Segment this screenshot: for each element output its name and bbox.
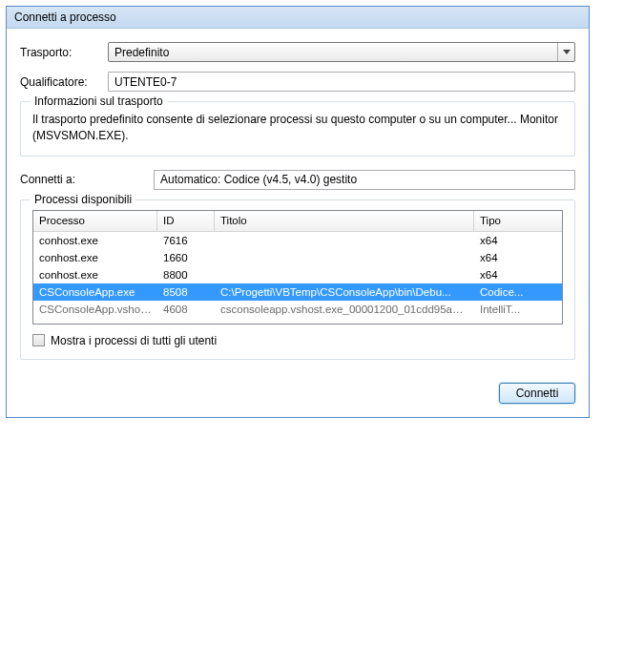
- table-cell: conhost.exe: [33, 252, 157, 263]
- table-cell: x64: [474, 252, 551, 263]
- table-cell: 8800: [157, 269, 215, 281]
- transport-value: Predefinito: [114, 46, 169, 59]
- attach-to-row: Connetti a: Automatico: Codice (v4.5, v4…: [20, 170, 575, 190]
- table-cell: Codice...: [474, 286, 551, 298]
- chevron-down-icon: [557, 43, 574, 61]
- table-cell: 4608: [157, 304, 215, 315]
- connect-button[interactable]: Connetti: [499, 383, 575, 404]
- table-row[interactable]: conhost.exe7616x64: [33, 232, 562, 249]
- table-cell: CSConsoleApp.vshos...: [33, 304, 157, 315]
- table-cell: x64: [474, 235, 551, 246]
- process-listview[interactable]: Processo ID Titolo Tipo conhost.exe7616x…: [32, 210, 563, 324]
- show-all-row: Mostra i processi di tutti gli utenti: [32, 334, 563, 347]
- col-header-id[interactable]: ID: [157, 211, 215, 231]
- transport-row: Trasporto: Predefinito: [20, 42, 575, 62]
- qualifier-row: Qualificatore:: [20, 72, 575, 92]
- attach-to-label: Connetti a:: [20, 173, 154, 186]
- qualifier-label: Qualificatore:: [20, 75, 108, 89]
- table-cell: 7616: [157, 235, 215, 246]
- listview-header: Processo ID Titolo Tipo: [33, 211, 562, 232]
- table-cell: 8508: [157, 286, 215, 298]
- show-all-label: Mostra i processi di tutti gli utenti: [51, 334, 217, 347]
- table-cell: x64: [474, 269, 551, 281]
- col-header-title[interactable]: Titolo: [215, 211, 474, 231]
- table-cell: IntelliT...: [474, 304, 551, 315]
- attach-to-value: Automatico: Codice (v4.5, v4.0) gestito: [160, 173, 357, 186]
- button-row: Connetti: [20, 373, 575, 404]
- table-cell: C:\Progetti\VBTemp\CSConsoleApp\bin\Debu…: [215, 286, 474, 298]
- table-cell: 1660: [157, 252, 215, 263]
- transport-label: Trasporto:: [20, 46, 108, 59]
- col-header-type[interactable]: Tipo: [474, 211, 551, 231]
- dialog-window: Connetti a processo Trasporto: Predefini…: [6, 6, 590, 418]
- transport-info-title: Informazioni sul trasporto: [31, 94, 167, 108]
- transport-combo[interactable]: Predefinito: [108, 42, 575, 62]
- table-cell: conhost.exe: [33, 235, 157, 246]
- table-row[interactable]: CSConsoleApp.vshos...4608csconsoleapp.vs…: [33, 301, 562, 318]
- table-row[interactable]: CSConsoleApp.exe8508C:\Progetti\VBTemp\C…: [33, 283, 562, 301]
- transport-info-group: Informazioni sul trasporto Il trasporto …: [20, 101, 575, 157]
- transport-info-text: Il trasporto predefinito consente di sel…: [32, 112, 563, 144]
- dialog-content: Trasporto: Predefinito Qualificatore: In…: [7, 29, 589, 417]
- table-cell: csconsoleapp.vshost.exe_00001200_01cdd95…: [215, 304, 474, 315]
- titlebar: Connetti a processo: [7, 7, 589, 29]
- connect-button-label: Connetti: [516, 387, 559, 400]
- listview-body: conhost.exe7616x64conhost.exe1660x64conh…: [33, 232, 562, 318]
- table-row[interactable]: conhost.exe1660x64: [33, 249, 562, 266]
- table-row[interactable]: conhost.exe8800x64: [33, 266, 562, 283]
- qualifier-input[interactable]: [108, 72, 575, 92]
- processes-group: Processi disponibili Processo ID Titolo …: [20, 199, 575, 360]
- processes-group-title: Processi disponibili: [31, 193, 135, 206]
- show-all-checkbox[interactable]: [32, 334, 45, 346]
- window-title: Connetti a processo: [14, 10, 116, 24]
- attach-to-field[interactable]: Automatico: Codice (v4.5, v4.0) gestito: [154, 170, 575, 190]
- col-header-process[interactable]: Processo: [33, 211, 157, 231]
- table-cell: CSConsoleApp.exe: [33, 286, 157, 298]
- table-cell: conhost.exe: [33, 269, 157, 281]
